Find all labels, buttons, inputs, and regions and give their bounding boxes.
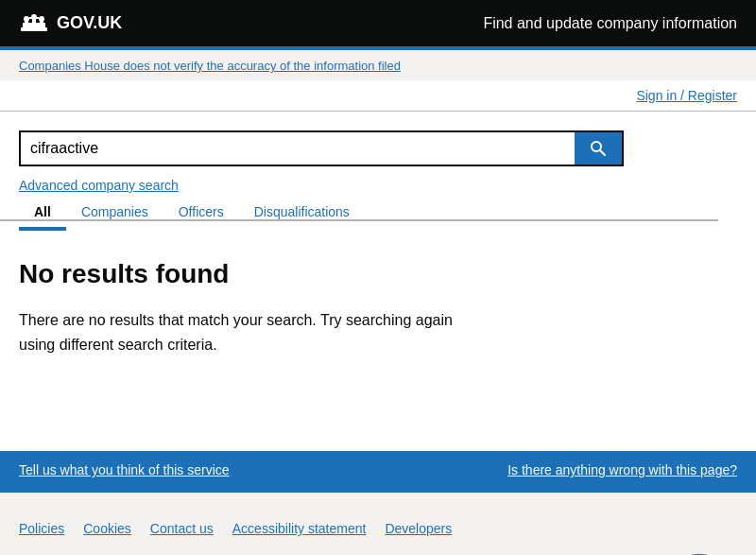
tell-us-link[interactable]: Tell us what you think of this service — [19, 462, 230, 477]
tab-all[interactable]: All — [19, 197, 66, 231]
advanced-search-link[interactable]: Advanced company search — [19, 178, 699, 193]
svg-rect-8 — [29, 17, 32, 19]
tabs-section: All Companies Officers Disqualifications — [0, 193, 718, 221]
notice-link[interactable]: Companies House does not verify the accu… — [19, 59, 401, 73]
page-title: Find and update company information — [483, 15, 737, 32]
main-content: No results found There are no results th… — [0, 221, 756, 394]
notice-bar: Companies House does not verify the accu… — [0, 46, 756, 80]
search-input[interactable] — [21, 132, 575, 165]
search-form — [19, 130, 699, 166]
footer-bottom: Built by Companies House — [19, 551, 737, 555]
gov-header: GOV.UK Find and update company informati… — [0, 0, 756, 46]
signin-link[interactable]: Sign in / Register — [636, 88, 737, 103]
tab-officers[interactable]: Officers — [163, 197, 239, 231]
no-results-text: There are no results that match your sea… — [19, 308, 491, 356]
feedback-bar: Tell us what you think of this service I… — [0, 451, 756, 489]
footer-link-cookies[interactable]: Cookies — [83, 521, 131, 536]
tab-disqualifications[interactable]: Disqualifications — [239, 197, 365, 231]
footer-right: © Crown copyright — [636, 551, 737, 555]
search-button[interactable] — [575, 132, 622, 165]
svg-rect-7 — [40, 21, 43, 25]
svg-line-11 — [600, 150, 605, 155]
gov-logo[interactable]: GOV.UK — [19, 9, 122, 37]
signin-bar: Sign in / Register — [0, 80, 756, 112]
footer-links: Policies Cookies Contact us Accessibilit… — [19, 521, 737, 536]
tab-companies[interactable]: Companies — [66, 197, 163, 231]
svg-rect-9 — [36, 17, 39, 19]
footer-link-accessibility[interactable]: Accessibility statement — [232, 521, 367, 536]
footer-link-developers[interactable]: Developers — [385, 521, 452, 536]
search-icon — [590, 140, 607, 157]
footer-link-contact[interactable]: Contact us — [150, 521, 214, 536]
svg-rect-5 — [25, 21, 28, 25]
gov-logo-text: GOV.UK — [57, 13, 122, 33]
search-form-container — [19, 130, 624, 166]
footer-link-policies[interactable]: Policies — [19, 521, 64, 536]
svg-rect-6 — [32, 19, 36, 25]
svg-rect-1 — [21, 27, 47, 31]
crown-coat-of-arms — [662, 551, 737, 555]
wrong-page-link[interactable]: Is there anything wrong with this page? — [507, 462, 737, 477]
search-section: Advanced company search — [0, 112, 718, 193]
footer: Policies Cookies Contact us Accessibilit… — [0, 489, 756, 555]
crown-icon — [19, 9, 49, 37]
search-tabs: All Companies Officers Disqualifications — [19, 204, 699, 219]
no-results-heading: No results found — [19, 259, 737, 289]
